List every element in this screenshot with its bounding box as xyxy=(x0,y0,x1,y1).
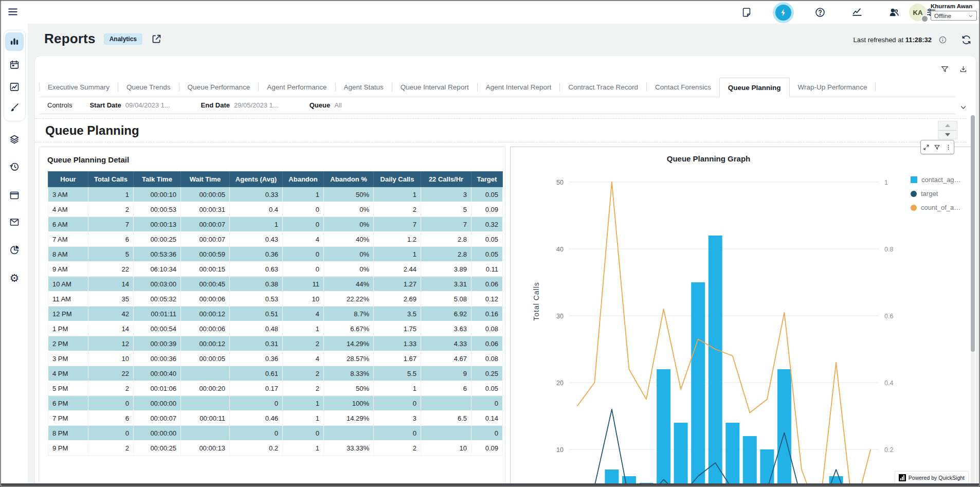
scroll-up-icon[interactable] xyxy=(938,121,957,131)
control-start-date[interactable]: Start Date09/04/2023 1... xyxy=(89,101,170,109)
column-header[interactable]: Talk Time xyxy=(134,172,181,187)
tab-contract-trace-record[interactable]: Contract Trace Record xyxy=(560,78,646,97)
table-row[interactable]: 4 AM200:00:5300:00:310.400%250.09 xyxy=(48,202,503,217)
table-row[interactable]: 5 PM200:01:0600:00:200.17250%160.05 xyxy=(48,381,503,396)
table-cell: 00:00:05 xyxy=(181,187,230,202)
help-icon[interactable] xyxy=(810,2,830,23)
column-header[interactable]: Abandon % xyxy=(324,172,374,187)
legend-item-target[interactable]: target xyxy=(911,190,961,197)
table-cell: 3.63 xyxy=(421,321,471,336)
table-cell: 0.05 xyxy=(471,247,503,262)
usage-chart-icon[interactable] xyxy=(847,2,867,23)
tab-wrap-up-performance[interactable]: Wrap-Up Performance xyxy=(790,78,876,97)
sidebar-item-history[interactable] xyxy=(5,157,24,176)
vertical-scrollbar[interactable] xyxy=(971,115,975,487)
table-row[interactable]: 3 AM100:00:1000:00:050.33150%130.05 xyxy=(48,187,503,202)
tab-queue-performance[interactable]: Queue Performance xyxy=(179,78,259,97)
table-cell: 22.22% xyxy=(324,292,374,306)
table-cell: 0.32 xyxy=(471,217,503,232)
sidebar-item-line-chart[interactable] xyxy=(5,78,24,96)
flash-icon[interactable] xyxy=(775,5,791,21)
avatar[interactable]: KA xyxy=(909,4,928,22)
svg-text:30: 30 xyxy=(556,313,564,320)
quicksight-logo-icon xyxy=(899,474,906,481)
column-header[interactable]: Daily Calls xyxy=(374,172,421,187)
export-download-icon[interactable] xyxy=(957,63,969,75)
mail-icon xyxy=(9,217,20,228)
sidebar-item-pie-chart[interactable] xyxy=(5,241,24,259)
table-row[interactable]: 7 PM600:00:0700:00:110.46114.29%36.50.14 xyxy=(48,411,503,426)
sidebar-item-window[interactable] xyxy=(5,186,24,205)
table-row[interactable]: 8 AM500:53:3600:00:590.3600%12.80.05 xyxy=(48,247,503,262)
sidebar-item-gear[interactable]: ⚙ xyxy=(5,269,24,287)
table-cell: 00:00:00 xyxy=(134,426,181,441)
status-select[interactable]: Offline xyxy=(931,11,977,21)
controls-collapse-chevron[interactable] xyxy=(957,101,969,113)
legend-swatch xyxy=(911,176,917,183)
table-row[interactable]: 11 AM3500:05:3200:00:060.531022.22%2.695… xyxy=(48,292,503,306)
legend-item-count_of_a_[interactable]: count_of_a… xyxy=(911,204,961,211)
table-cell: 00:00:31 xyxy=(181,202,230,217)
tab-agent-performance[interactable]: Agent Performance xyxy=(259,78,335,97)
table-row[interactable]: 10 AM1400:03:0000:00:450.381144%1.273.31… xyxy=(48,277,503,292)
tab-agent-status[interactable]: Agent Status xyxy=(336,78,392,97)
table-row[interactable]: 9 PM200:00:2500:00:130.2133.33%2100.09 xyxy=(48,441,503,456)
table-row[interactable]: 3 PM1000:00:3600:00:050.36428.57%1.674.6… xyxy=(48,351,503,366)
sidebar-item-edit-brush[interactable] xyxy=(5,98,24,117)
control-value: All xyxy=(334,101,341,109)
filter-icon[interactable] xyxy=(939,63,950,75)
refresh-icon[interactable] xyxy=(960,34,972,45)
table-cell: 0 xyxy=(230,426,283,441)
hamburger-menu-icon[interactable] xyxy=(7,6,20,19)
table-cell: 2 xyxy=(374,441,421,456)
table-cell xyxy=(181,366,230,381)
table-row[interactable]: 4 PM2200:00:400.6128.33%5.590.25 xyxy=(48,366,503,381)
chart-filter-icon[interactable] xyxy=(933,143,941,151)
column-header[interactable]: Wait Time xyxy=(181,172,230,187)
table-cell: 00:00:39 xyxy=(134,336,181,351)
line-chart-icon xyxy=(9,81,20,93)
table-cell xyxy=(181,396,230,411)
table-cell: 35 xyxy=(88,292,134,306)
info-icon[interactable] xyxy=(937,34,948,45)
sidebar-item-calendar[interactable] xyxy=(5,56,24,74)
scroll-down-icon[interactable] xyxy=(938,131,957,139)
sheet-scroll-spinner[interactable] xyxy=(938,121,957,139)
sidebar-item-mail[interactable] xyxy=(5,213,24,231)
column-header[interactable]: 22 Calls/Hr xyxy=(421,172,471,187)
tab-agent-interval-report[interactable]: Agent Interval Report xyxy=(478,78,560,97)
kebab-menu-icon[interactable] xyxy=(944,143,952,151)
table-cell: 0 xyxy=(283,247,324,262)
expand-icon[interactable] xyxy=(922,143,931,151)
notes-icon[interactable] xyxy=(736,2,757,23)
table-row[interactable]: 1 PM1400:00:5400:00:060.4816.67%1.753.63… xyxy=(48,321,503,336)
tab-contact-forensics[interactable]: Contact Forensics xyxy=(647,78,719,97)
table-row[interactable]: 8 PM000:00:000000 xyxy=(48,426,503,441)
table-row[interactable]: 9 AM2206:10:3400:00:150.6300%2.443.890.1… xyxy=(48,262,503,277)
tab-queue-planning[interactable]: Queue Planning xyxy=(719,78,790,97)
tab-queue-interval-report[interactable]: Queue Interval Report xyxy=(392,78,477,97)
sidebar-item-bar-chart[interactable] xyxy=(5,32,24,51)
column-header[interactable]: Total Calls xyxy=(88,172,134,187)
dashboard-card: Executive SummaryQueue TrendsQueue Perfo… xyxy=(35,56,976,487)
column-header[interactable]: Target xyxy=(471,172,503,187)
table-cell: 0 xyxy=(471,426,503,441)
column-header[interactable]: Agents (Avg) xyxy=(230,172,283,187)
scrollbar-thumb[interactable] xyxy=(971,115,975,352)
tab-queue-trends[interactable]: Queue Trends xyxy=(118,78,179,97)
control-queue[interactable]: QueueAll xyxy=(310,101,342,109)
table-row[interactable]: 2 PM1200:00:3900:00:120.31214.29%1.334.3… xyxy=(48,336,503,351)
table-row[interactable]: 12 PM4200:01:1100:00:120.5148.7%3.56.920… xyxy=(48,306,503,321)
table-row[interactable]: 7 AM600:00:2500:00:070.43440%1.22.80.05 xyxy=(48,232,503,247)
control-end-date[interactable]: End Date29/05/2023 1... xyxy=(201,101,279,109)
people-icon[interactable] xyxy=(884,2,904,23)
external-link-icon[interactable] xyxy=(151,33,162,45)
table-row[interactable]: 6 PM000:00:0001100%00 xyxy=(48,396,503,411)
column-header[interactable]: Hour xyxy=(48,172,88,187)
sidebar-item-layers[interactable] xyxy=(5,130,24,149)
table-header-row: HourTotal CallsTalk TimeWait TimeAgents … xyxy=(48,172,503,187)
tab-executive-summary[interactable]: Executive Summary xyxy=(40,78,118,97)
legend-item-contact_ag_[interactable]: contact_ag… xyxy=(911,176,961,184)
column-header[interactable]: Abandon xyxy=(283,172,324,187)
table-row[interactable]: 6 AM700:00:1300:00:07100%770.32 xyxy=(48,217,503,232)
